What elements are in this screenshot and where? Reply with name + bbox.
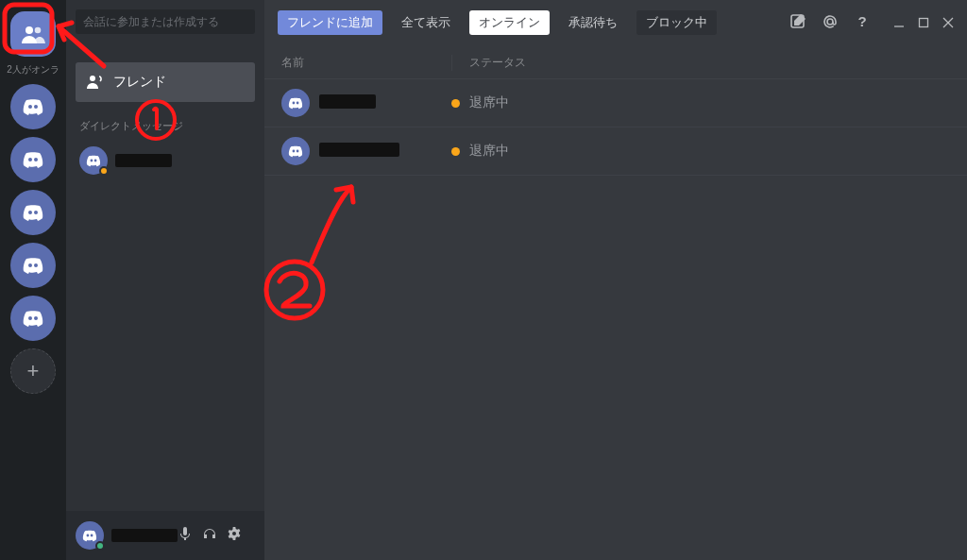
online-count-label: 2人がオンラ [7, 64, 59, 75]
settings-button[interactable] [227, 526, 242, 545]
friends-tab[interactable]: フレンド [76, 62, 255, 102]
discord-logo-icon [21, 203, 45, 222]
close-icon [942, 17, 954, 28]
help-button[interactable]: ? [854, 13, 871, 33]
self-username [111, 529, 178, 542]
discord-logo-icon [287, 96, 304, 110]
status-dot-online-icon [95, 541, 105, 551]
friend-row[interactable]: 退席中 [264, 127, 967, 176]
dm-item[interactable] [76, 143, 255, 178]
svg-point-2 [90, 76, 95, 81]
svg-point-4 [827, 19, 833, 25]
discord-logo-icon [81, 529, 98, 542]
friend-row[interactable]: 退席中 [264, 79, 967, 127]
dm-sidebar: フレンド ダイレクトメッセージ [66, 0, 264, 560]
svg-rect-7 [920, 18, 928, 26]
discord-logo-icon [21, 309, 45, 328]
headset-icon [202, 526, 217, 541]
search-input[interactable] [76, 9, 255, 34]
gear-icon [227, 526, 242, 541]
friends-home-button[interactable] [10, 11, 56, 57]
discord-logo-icon [85, 154, 102, 167]
maximize-icon [918, 17, 929, 28]
friend-status: 退席中 [451, 143, 509, 160]
status-text: 退席中 [469, 143, 509, 160]
at-icon [822, 13, 839, 30]
status-text: 退席中 [469, 94, 509, 111]
window-close-button[interactable] [942, 15, 954, 31]
help-icon: ? [854, 13, 871, 30]
filter-pending[interactable]: 承認待ち [559, 10, 627, 35]
friend-list: 退席中 退席中 [264, 79, 967, 176]
status-dot-icon [451, 147, 460, 156]
minimize-icon [893, 17, 905, 28]
window-maximize-button[interactable] [918, 15, 929, 31]
discord-logo-icon [21, 256, 45, 275]
friend-status: 退席中 [451, 94, 509, 111]
filter-blocked[interactable]: ブロック中 [636, 10, 717, 35]
svg-point-1 [35, 27, 42, 34]
friends-tab-label: フレンド [113, 74, 166, 91]
filter-online[interactable]: オンライン [469, 10, 550, 35]
top-bar: フレンドに追加 全て表示 オンライン 承認待ち ブロック中 ? [264, 0, 967, 45]
mic-icon [178, 526, 193, 541]
server-icon[interactable] [10, 84, 56, 129]
dm-section-label: ダイレクトメッセージ [79, 119, 251, 133]
discord-logo-icon [21, 97, 45, 116]
deafen-button[interactable] [202, 526, 217, 545]
new-dm-button[interactable] [789, 13, 806, 33]
friends-icon [21, 25, 45, 43]
svg-text:?: ? [857, 13, 866, 29]
status-dot-icon [451, 99, 460, 108]
friend-name [319, 143, 451, 160]
avatar [281, 89, 310, 117]
guild-column: 2人がオンラ + [0, 0, 66, 560]
plus-icon: + [27, 359, 40, 383]
svg-point-0 [25, 26, 33, 34]
person-wave-icon [87, 74, 104, 92]
compose-icon [789, 13, 806, 30]
window-minimize-button[interactable] [893, 15, 905, 31]
mute-button[interactable] [178, 526, 193, 545]
filter-all[interactable]: 全て表示 [392, 10, 460, 35]
mentions-button[interactable] [822, 13, 839, 33]
discord-logo-icon [287, 144, 304, 158]
search-container [66, 0, 264, 43]
server-icon[interactable] [10, 243, 56, 288]
user-panel [66, 511, 264, 560]
avatar [281, 137, 310, 165]
list-header: 名前 ステータス [264, 45, 967, 79]
self-avatar[interactable] [76, 521, 104, 550]
friend-name [319, 94, 451, 111]
column-name: 名前 [281, 55, 451, 71]
dm-name [115, 154, 172, 167]
server-icon[interactable] [10, 137, 56, 182]
server-icon[interactable] [10, 296, 56, 341]
avatar [79, 146, 108, 175]
add-server-button[interactable]: + [10, 348, 56, 394]
server-icon[interactable] [10, 190, 56, 235]
column-status: ステータス [451, 55, 950, 71]
add-friend-button[interactable]: フレンドに追加 [278, 10, 382, 35]
discord-logo-icon [21, 150, 45, 169]
status-dot-idle-icon [99, 166, 109, 176]
main-panel: フレンドに追加 全て表示 オンライン 承認待ち ブロック中 ? [264, 0, 967, 560]
